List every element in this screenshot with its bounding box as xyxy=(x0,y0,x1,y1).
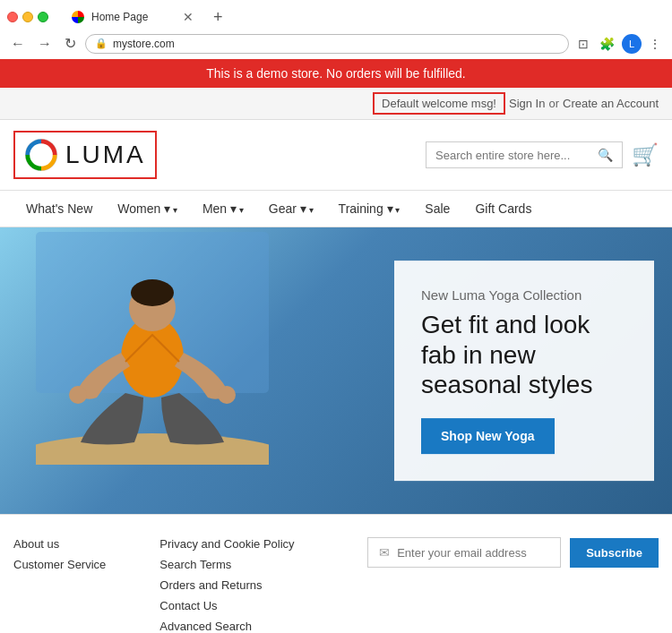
sign-in-link[interactable]: Sign In xyxy=(509,97,545,110)
nav-item-gear: Gear ▾ xyxy=(256,191,326,227)
nav-item-gift-cards: Gift Cards xyxy=(462,191,544,227)
logo-text: LUMA xyxy=(65,141,146,169)
cart-icon[interactable]: 🛒 xyxy=(632,142,659,167)
nav-item-women: Women ▾ xyxy=(105,191,190,227)
browser-chrome: Home Page ✕ + ← → ↻ 🔒 mystore.com ⊡ 🧩 L … xyxy=(0,0,672,59)
header-right: 🔍 🛒 xyxy=(426,141,659,168)
puzzle-btn[interactable]: 🧩 xyxy=(596,35,618,53)
shop-now-btn[interactable]: Shop New Yoga xyxy=(421,418,555,454)
hero-content-box: New Luma Yoga Collection Get fit and loo… xyxy=(394,261,654,481)
logo[interactable]: LUMA xyxy=(13,131,157,179)
about-us-link[interactable]: About us xyxy=(13,537,106,551)
orders-returns-link[interactable]: Orders and Returns xyxy=(159,578,294,592)
advanced-search-link[interactable]: Advanced Search xyxy=(159,620,294,633)
newsletter-section: ✉ Subscribe xyxy=(367,537,659,568)
nav-item-training: Training ▾ xyxy=(326,191,413,227)
new-tab-btn[interactable]: + xyxy=(213,8,223,27)
extensions-btn[interactable]: ⊡ xyxy=(574,35,592,53)
nav-list: What's New Women ▾ Men ▾ Gear ▾ Training… xyxy=(13,191,659,227)
site-header: LUMA 🔍 🛒 xyxy=(0,120,672,191)
top-bar: Default welcome msg! Sign In or Create a… xyxy=(0,88,672,120)
address-bar-row: ← → ↻ 🔒 mystore.com ⊡ 🧩 L ⋮ xyxy=(0,29,672,59)
footer-links: About us Customer Service Privacy and Co… xyxy=(0,514,672,633)
nav-link-training[interactable]: Training ▾ xyxy=(326,191,413,227)
nav-item-whats-new: What's New xyxy=(13,191,105,227)
nav-link-whats-new[interactable]: What's New xyxy=(13,191,105,227)
nav-link-gift-cards[interactable]: Gift Cards xyxy=(462,191,544,227)
forward-btn[interactable]: → xyxy=(34,34,56,54)
customer-service-link[interactable]: Customer Service xyxy=(13,558,106,571)
hero-subtitle: New Luma Yoga Collection xyxy=(421,287,627,303)
create-account-link[interactable]: Create an Account xyxy=(563,97,659,110)
maximize-window-btn[interactable] xyxy=(38,12,48,22)
contact-us-link[interactable]: Contact Us xyxy=(159,599,294,612)
logo-icon xyxy=(24,138,58,172)
url-text: mystore.com xyxy=(113,38,559,50)
email-icon: ✉ xyxy=(379,545,390,560)
lock-icon: 🔒 xyxy=(95,38,108,49)
menu-btn[interactable]: ⋮ xyxy=(645,35,665,53)
newsletter-input-box[interactable]: ✉ xyxy=(367,537,561,568)
svg-point-5 xyxy=(131,279,174,306)
nav-link-women[interactable]: Women ▾ xyxy=(105,191,190,227)
svg-point-2 xyxy=(36,433,269,465)
yoga-figure xyxy=(36,232,269,465)
search-box[interactable]: 🔍 xyxy=(426,141,623,168)
back-btn[interactable]: ← xyxy=(7,34,29,54)
privacy-policy-link[interactable]: Privacy and Cookie Policy xyxy=(159,537,294,551)
url-bar[interactable]: 🔒 mystore.com xyxy=(85,34,569,54)
email-input[interactable] xyxy=(397,546,549,560)
search-terms-link[interactable]: Search Terms xyxy=(159,558,294,571)
svg-point-6 xyxy=(69,386,87,404)
nav-link-sale[interactable]: Sale xyxy=(412,191,462,227)
nav-item-sale: Sale xyxy=(412,191,462,227)
browser-tab[interactable]: Home Page ✕ xyxy=(61,5,204,29)
svg-point-7 xyxy=(218,386,236,404)
tab-title: Home Page xyxy=(91,11,148,23)
hero-section: New Luma Yoga Collection Get fit and loo… xyxy=(0,227,672,514)
reload-btn[interactable]: ↻ xyxy=(61,33,80,54)
search-icon[interactable]: 🔍 xyxy=(598,148,613,162)
minimize-window-btn[interactable] xyxy=(22,12,33,22)
demo-banner: This is a demo store. No orders will be … xyxy=(0,59,672,88)
footer-col-2: Privacy and Cookie Policy Search Terms O… xyxy=(159,537,294,633)
tab-favicon xyxy=(72,11,84,23)
nav-item-men: Men ▾ xyxy=(190,191,256,227)
window-controls xyxy=(7,12,48,22)
search-input[interactable] xyxy=(435,149,598,162)
subscribe-btn[interactable]: Subscribe xyxy=(570,538,659,568)
nav-link-gear[interactable]: Gear ▾ xyxy=(256,191,326,227)
nav-link-men[interactable]: Men ▾ xyxy=(190,191,256,227)
close-window-btn[interactable] xyxy=(7,12,18,22)
welcome-message: Default welcome msg! xyxy=(373,92,505,115)
footer-col-1: About us Customer Service xyxy=(13,537,106,571)
hero-title: Get fit and look fab in new seasonal sty… xyxy=(421,310,627,400)
browser-action-btns: ⊡ 🧩 L ⋮ xyxy=(574,34,665,54)
main-nav: What's New Women ▾ Men ▾ Gear ▾ Training… xyxy=(0,191,672,227)
tab-close-btn[interactable]: ✕ xyxy=(183,10,194,24)
user-avatar[interactable]: L xyxy=(622,34,642,54)
